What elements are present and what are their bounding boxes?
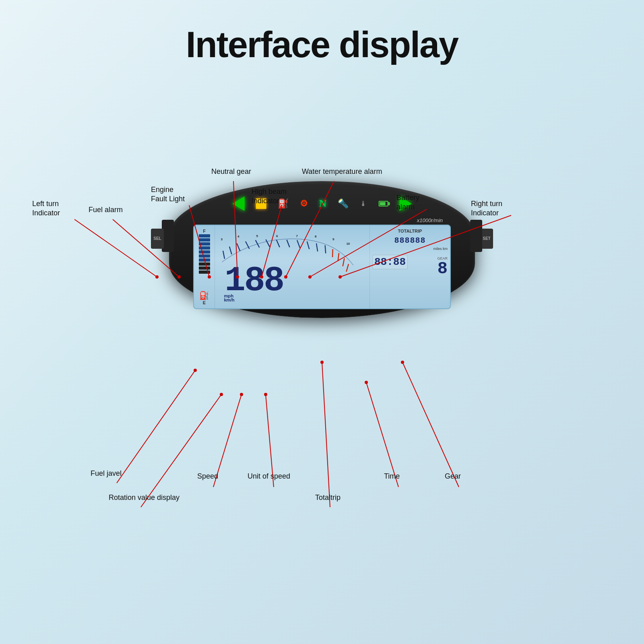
label-gear: Gear bbox=[445, 472, 461, 481]
label-left-turn: Left turnIndicator bbox=[32, 199, 60, 217]
fuel-bar-10 bbox=[199, 234, 210, 237]
svg-line-16 bbox=[297, 240, 300, 248]
svg-point-28 bbox=[155, 275, 159, 279]
time-display: 88:88 bbox=[372, 255, 408, 269]
water-temp-indicator: 🌡 bbox=[360, 200, 367, 208]
svg-line-20 bbox=[332, 249, 333, 257]
svg-line-8 bbox=[223, 251, 225, 259]
speedometer: SEL SET ⛽ ⚙ N 🔦 🌡 x1000r/min bbox=[169, 181, 475, 326]
neutral-gear-indicator: N bbox=[319, 198, 327, 210]
label-water-temp: Water temperature alarm bbox=[302, 167, 382, 176]
label-neutral-gear: Neutral gear bbox=[211, 167, 251, 176]
label-fuel-javel: Fuel javel bbox=[91, 469, 122, 478]
fuel-bar-3 bbox=[199, 262, 210, 266]
svg-point-52 bbox=[320, 361, 324, 364]
label-speed: Speed bbox=[197, 472, 218, 481]
label-high-beam: High beamIndicator bbox=[252, 187, 287, 205]
fuel-bar-4 bbox=[199, 258, 210, 262]
gear-digit: 8 bbox=[437, 260, 448, 277]
svg-line-9 bbox=[229, 247, 232, 254]
svg-point-48 bbox=[240, 393, 243, 396]
svg-line-21 bbox=[338, 253, 339, 261]
miles-km-label: miles km bbox=[372, 247, 448, 251]
svg-text:6: 6 bbox=[276, 234, 278, 238]
svg-text:7: 7 bbox=[296, 234, 298, 238]
label-unit-speed: Unit of speed bbox=[248, 472, 290, 481]
svg-line-23 bbox=[346, 264, 349, 272]
fuel-gauge: F ⛽ E bbox=[194, 225, 215, 308]
svg-line-10 bbox=[237, 244, 240, 251]
svg-point-46 bbox=[220, 393, 223, 396]
svg-line-51 bbox=[322, 362, 330, 507]
left-turn-indicator bbox=[233, 196, 245, 211]
svg-line-13 bbox=[266, 239, 270, 247]
fuel-bars bbox=[199, 234, 210, 289]
svg-point-50 bbox=[264, 393, 267, 396]
svg-text:9: 9 bbox=[332, 237, 334, 241]
svg-line-55 bbox=[402, 362, 459, 487]
svg-line-18 bbox=[316, 244, 318, 252]
label-battery-alarm: Batteryalarm bbox=[396, 193, 419, 211]
rpm-speed-area: 3 4 5 6 7 8 9 10 bbox=[215, 225, 369, 308]
lcd-display: F ⛽ E bbox=[193, 225, 451, 309]
sel-button[interactable]: SEL bbox=[151, 229, 164, 249]
fuel-bar-9 bbox=[199, 238, 210, 242]
fuel-bar-2 bbox=[199, 266, 210, 270]
label-fuel-alarm: Fuel alarm bbox=[89, 205, 123, 215]
svg-text:3: 3 bbox=[221, 237, 223, 241]
high-beam-indicator: 🔦 bbox=[338, 198, 349, 209]
fuel-bar-7 bbox=[199, 246, 210, 250]
svg-text:4: 4 bbox=[237, 235, 239, 238]
svg-line-19 bbox=[325, 245, 326, 253]
svg-line-43 bbox=[117, 370, 195, 483]
diagram-container: SEL SET ⛽ ⚙ N 🔦 🌡 x1000r/min bbox=[0, 80, 644, 604]
svg-point-54 bbox=[365, 381, 368, 384]
label-totaltrip: Totaltrip bbox=[315, 493, 341, 502]
svg-text:5: 5 bbox=[256, 234, 258, 238]
label-rotation: Rotation value display bbox=[109, 493, 180, 502]
svg-text:8: 8 bbox=[315, 235, 317, 238]
fuel-pump-icon: ⛽ bbox=[199, 291, 209, 300]
fuel-bar-1 bbox=[199, 270, 210, 274]
svg-line-45 bbox=[141, 394, 221, 507]
fuel-bar-6 bbox=[199, 250, 210, 254]
time-digits: 88:88 bbox=[372, 255, 408, 269]
fuel-full-label: F bbox=[203, 229, 206, 233]
rpm-label: x1000r/min bbox=[417, 217, 443, 223]
svg-point-56 bbox=[401, 361, 404, 364]
fuel-empty-label: E bbox=[203, 300, 206, 305]
svg-line-14 bbox=[277, 240, 280, 247]
totaltrip-digits: 888888 bbox=[372, 236, 448, 245]
svg-line-15 bbox=[287, 240, 289, 247]
label-right-turn: Right turnIndicator bbox=[471, 199, 502, 217]
svg-text:km/h: km/h bbox=[224, 297, 234, 302]
set-button[interactable]: SET bbox=[480, 229, 493, 249]
label-engine-fault: EngineFault Light bbox=[151, 185, 185, 203]
label-time: Time bbox=[384, 472, 400, 481]
page-title: Interface display bbox=[0, 0, 644, 66]
gear-display: GEAR 8 bbox=[437, 255, 448, 277]
svg-point-44 bbox=[194, 369, 197, 372]
svg-text:10: 10 bbox=[346, 242, 350, 246]
fuel-bar-5 bbox=[199, 254, 210, 258]
battery-alarm-indicator bbox=[378, 201, 388, 206]
totaltrip-label: TOTALTRIP bbox=[372, 229, 448, 233]
svg-line-22 bbox=[343, 258, 345, 266]
speedo-body: SEL SET ⛽ ⚙ N 🔦 🌡 x1000r/min bbox=[169, 181, 475, 318]
engine-fault-indicator: ⚙ bbox=[300, 198, 308, 209]
svg-line-27 bbox=[74, 219, 157, 277]
svg-line-17 bbox=[307, 242, 310, 249]
svg-line-53 bbox=[366, 382, 398, 487]
right-data-panel: TOTALTRIP 888888 miles km 88:88 GEAR 8 bbox=[369, 225, 450, 308]
fuel-bar-8 bbox=[199, 242, 210, 246]
